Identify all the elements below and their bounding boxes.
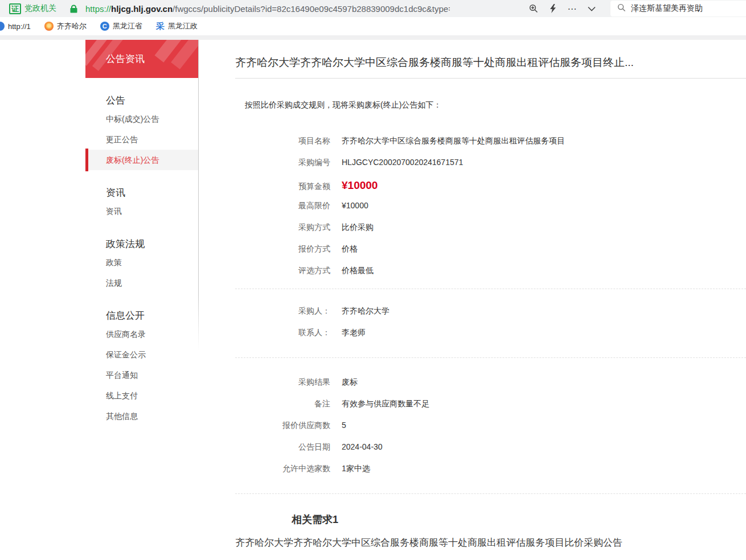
browser-address-bar: 证 党政机关 https://hljcg.hlj.gov.cn/fwgccs/p… xyxy=(0,0,746,17)
field-row: 报价供应商数5 xyxy=(235,421,746,432)
field-group-contacts: 采购人：齐齐哈尔大学联系人：李老师 xyxy=(235,306,746,339)
cai-char-icon: 采 xyxy=(156,22,165,31)
field-row: 允许中选家数1家中选 xyxy=(235,464,746,475)
sidebar-item[interactable]: 法规 xyxy=(85,273,198,293)
bookmarks-bar: http://1齐齐哈尔C黑龙江省采黑龙江政 xyxy=(0,17,746,35)
field-label: 预算金额 xyxy=(235,182,330,192)
field-row: 采购编号HLJGCYC2002070020241671571 xyxy=(235,158,746,169)
field-row: 公告日期2024-04-30 xyxy=(235,442,746,454)
field-label: 最高限价 xyxy=(235,201,330,211)
search-icon xyxy=(617,3,626,14)
intro-text: 按照比价采购成交规则，现将采购废标(终止)公告如下： xyxy=(235,99,746,110)
related-requirements-heading: 相关需求1 xyxy=(235,513,746,526)
bookmark-label: 齐齐哈尔 xyxy=(57,21,87,31)
title-divider xyxy=(235,78,746,79)
bookmark-item[interactable]: http://1 xyxy=(0,22,31,31)
sidebar-section-title: 资讯 xyxy=(85,185,198,201)
site-security-chip[interactable]: 证 党政机关 xyxy=(9,3,56,14)
field-label: 报价供应商数 xyxy=(235,421,330,431)
field-row: 预算金额¥10000 xyxy=(235,179,746,191)
sidebar-item[interactable]: 保证金公示 xyxy=(85,344,198,365)
field-value: HLJGCYC2002070020241671571 xyxy=(342,158,463,167)
field-label: 评选方式 xyxy=(235,266,330,276)
sidebar-divider-line xyxy=(198,40,199,350)
sidebar-section: 公告中标(成交)公告更正公告废标(终止)公告 xyxy=(85,93,198,170)
field-value: ¥10000 xyxy=(342,179,378,192)
sidebar-section-title: 政策法规 xyxy=(85,236,198,252)
chevron-down-icon[interactable] xyxy=(582,0,601,17)
sidebar-header-label: 公告资讯 xyxy=(106,52,145,65)
bookmark-item[interactable]: 齐齐哈尔 xyxy=(44,21,87,31)
browser-search-box[interactable]: 泽连斯基望美再资助 xyxy=(610,1,746,17)
sidebar-section: 资讯资讯 xyxy=(85,185,198,221)
sidebar-item[interactable]: 平台通知 xyxy=(85,365,198,385)
field-value: 李老师 xyxy=(342,328,366,338)
field-label: 采购结果 xyxy=(235,377,330,388)
field-value: ¥10000 xyxy=(342,201,368,210)
related-announcement-link[interactable]: 齐齐哈尔大学齐齐哈尔大学中区综合服务楼商服等十处商服出租评估服务项目比价采购公告 xyxy=(235,537,746,549)
field-group-basic: 项目名称齐齐哈尔大学中区综合服务楼商服等十处商服出租评估服务项目采购编号HLJG… xyxy=(235,136,746,277)
field-label: 备注 xyxy=(235,399,330,409)
field-value: 比价采购 xyxy=(342,223,374,233)
lock-icon xyxy=(70,5,77,13)
page-top-spacer xyxy=(0,35,746,40)
sidebar-item[interactable]: 其他信息 xyxy=(85,406,198,426)
certificate-badge: 证 xyxy=(9,3,21,14)
sidebar-section-title: 信息公开 xyxy=(85,308,198,324)
field-row: 联系人：李老师 xyxy=(235,328,746,339)
site-type-label: 党政机关 xyxy=(24,3,56,14)
sidebar-item[interactable]: 线上支付 xyxy=(85,385,198,406)
dot-blue-icon xyxy=(0,22,5,31)
bookmark-label: 黑龙江政 xyxy=(168,21,198,31)
sidebar-header: 公告资讯 xyxy=(85,40,198,78)
bookmark-label: 黑龙江省 xyxy=(113,21,142,31)
field-value: 2024-04-30 xyxy=(342,442,383,451)
field-label: 采购编号 xyxy=(235,158,330,168)
field-row: 备注有效参与供应商数量不足 xyxy=(235,399,746,410)
sidebar-item[interactable]: 供应商名录 xyxy=(85,324,198,344)
field-row: 评选方式价格最低 xyxy=(235,266,746,277)
url-domain: hljcg.hlj.gov.cn xyxy=(111,4,173,14)
field-label: 允许中选家数 xyxy=(235,464,330,474)
lightning-icon[interactable] xyxy=(543,0,563,17)
field-label: 报价方式 xyxy=(235,244,330,254)
sidebar-section-title: 公告 xyxy=(85,93,198,109)
field-label: 公告日期 xyxy=(235,442,330,452)
sidebar: 公告资讯 公告中标(成交)公告更正公告废标(终止)公告资讯资讯政策法规政策法规信… xyxy=(85,40,198,426)
field-row: 报价方式价格 xyxy=(235,244,746,256)
field-row: 项目名称齐齐哈尔大学中区综合服务楼商服等十处商服出租评估服务项目 xyxy=(235,136,746,147)
field-value: 有效参与供应商数量不足 xyxy=(342,399,429,409)
field-label: 联系人： xyxy=(235,328,330,338)
bookmark-label: http://1 xyxy=(8,22,31,31)
field-label: 采购方式 xyxy=(235,223,330,233)
sidebar-item[interactable]: 废标(终止)公告 xyxy=(85,150,198,170)
sidebar-item[interactable]: 资讯 xyxy=(85,201,198,221)
field-group-result: 采购结果废标备注有效参与供应商数量不足报价供应商数5公告日期2024-04-30… xyxy=(235,377,746,475)
sidebar-section: 信息公开供应商名录保证金公示平台通知线上支付其他信息 xyxy=(85,308,198,426)
more-dots-icon[interactable]: ⋯ xyxy=(563,0,582,17)
sidebar-item[interactable]: 政策 xyxy=(85,252,198,273)
field-value: 1家中选 xyxy=(342,464,370,474)
address-bar-actions: ⋯ xyxy=(524,0,601,17)
dashed-divider xyxy=(235,289,746,289)
announcement-detail: 齐齐哈尔大学齐齐哈尔大学中区综合服务楼商服等十处商服出租评估服务项目终止... … xyxy=(235,40,746,549)
sidebar-item[interactable]: 更正公告 xyxy=(85,129,198,150)
bookmark-item[interactable]: C黑龙江省 xyxy=(100,21,142,31)
field-row: 最高限价¥10000 xyxy=(235,201,746,212)
field-label: 采购人： xyxy=(235,306,330,316)
field-row: 采购结果废标 xyxy=(235,377,746,389)
dashed-divider xyxy=(235,493,746,494)
url-text[interactable]: https://hljcg.hlj.gov.cn/fwgccs/publicit… xyxy=(85,4,450,14)
dashed-divider xyxy=(235,357,746,358)
field-value: 废标 xyxy=(342,377,358,388)
sun-orange-icon xyxy=(44,22,54,31)
url-scheme: https:// xyxy=(85,4,111,14)
url-path: /fwgccs/publicityDetails?id=82c16490e09c… xyxy=(173,4,450,14)
field-row: 采购方式比价采购 xyxy=(235,223,746,234)
field-label: 项目名称 xyxy=(235,136,330,146)
search-query-text: 泽连斯基望美再资助 xyxy=(631,3,703,14)
zoom-in-icon[interactable] xyxy=(524,0,543,17)
field-row: 采购人：齐齐哈尔大学 xyxy=(235,306,746,318)
sidebar-item[interactable]: 中标(成交)公告 xyxy=(85,109,198,129)
bookmark-item[interactable]: 采黑龙江政 xyxy=(156,21,198,31)
